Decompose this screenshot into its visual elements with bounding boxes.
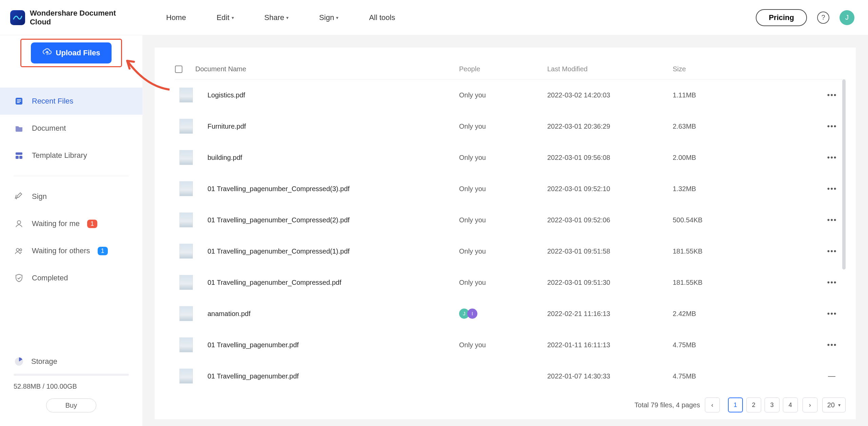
column-header-modified[interactable]: Last Modified [547,65,663,73]
sidebar-item-waiting-for-others[interactable]: Waiting for others 1 [0,237,142,264]
table-row[interactable]: 01 Travelling_pagenumber_Compressed(2).p… [175,204,846,236]
waiting-me-badge: 1 [87,220,97,228]
column-header-size[interactable]: Size [673,65,808,73]
table-row[interactable]: 01 Travelling_pagenumber_Compressed(1).p… [175,236,846,267]
table-row[interactable]: 01 Travelling_pagenumber.pdf2022-01-07 1… [175,360,846,390]
file-thumbnail-icon [179,244,193,259]
folder-icon [14,123,24,134]
file-thumbnail-icon [179,275,193,290]
file-people: Only you [459,185,537,193]
column-header-people[interactable]: People [459,65,537,73]
svg-rect-3 [17,102,20,103]
file-name[interactable]: 01 Travelling_pagenumber_Compressed(3).p… [208,185,449,193]
file-size: 181.55KB [673,247,808,255]
row-actions-menu[interactable]: ••• [818,184,846,193]
upload-files-button[interactable]: Upload Files [31,42,112,63]
svg-rect-5 [16,156,19,159]
nav-home[interactable]: Home [166,13,186,22]
file-thumbnail-icon [179,369,193,384]
svg-point-8 [16,248,19,251]
file-name[interactable]: 01 Travelling_pagenumber_Compressed(2).p… [208,216,449,224]
svg-rect-4 [16,152,22,155]
file-people: Only you [459,216,537,224]
pager-page-4[interactable]: 4 [783,397,798,412]
file-thumbnail-icon [179,88,193,103]
scrollbar-thumb[interactable] [842,79,846,270]
chevron-down-icon: ▾ [232,15,234,20]
file-name[interactable]: 01 Travelling_pagenumber.pdf [208,341,449,349]
file-name[interactable]: Furniture.pdf [208,123,449,130]
file-thumbnail-icon [179,212,193,227]
chevron-down-icon: ▾ [838,402,841,408]
pager-next-button[interactable]: › [803,397,817,412]
table-row[interactable]: 01 Travelling_pagenumber.pdfOnly you2022… [175,329,846,360]
row-actions-menu[interactable]: ••• [818,247,846,256]
file-thumbnail-icon [179,337,193,352]
pager-page-2[interactable]: 2 [746,397,761,412]
nav-edit[interactable]: Edit▾ [217,13,234,22]
file-people: Only you [459,279,537,286]
select-all-checkbox[interactable] [175,66,182,73]
table-row[interactable]: anamation.pdfJI2022-02-21 11:16:132.42MB… [175,298,846,329]
nav-sign[interactable]: Sign▾ [319,13,338,22]
row-actions-menu[interactable]: ••• [818,340,846,349]
pager-page-1[interactable]: 1 [728,397,743,412]
sidebar-item-label: Waiting for me [32,219,80,228]
row-actions-menu[interactable]: ••• [818,309,846,318]
row-actions-menu[interactable]: ••• [818,122,846,131]
sidebar-item-label: Document [32,124,66,133]
nav-share[interactable]: Share▾ [264,13,289,22]
row-actions-menu[interactable]: ••• [818,153,846,162]
file-name[interactable]: 01 Travelling_pagenumber.pdf [208,372,449,380]
file-size: 1.32MB [673,185,808,193]
row-actions-menu[interactable]: ••• [818,216,846,224]
recent-files-icon [14,96,24,107]
sidebar-item-sign[interactable]: Sign [0,183,142,210]
file-name[interactable]: 01 Travelling_pagenumber_Compressed(1).p… [208,247,449,255]
table-row[interactable]: Logistics.pdfOnly you2022-03-02 14:20:03… [175,79,846,111]
sidebar-item-document[interactable]: Document [0,115,142,142]
nav-all-tools[interactable]: All tools [369,13,395,22]
buy-storage-button[interactable]: Buy [46,399,96,412]
sidebar-item-label: Template Library [32,151,87,160]
file-people: Only you [459,341,537,349]
help-icon[interactable]: ? [817,12,829,24]
file-thumbnail-icon [179,181,193,196]
table-row[interactable]: 01 Travelling_pagenumber_Compressed.pdfO… [175,267,846,298]
sidebar-item-completed[interactable]: Completed [0,264,142,292]
chevron-down-icon: ▾ [336,15,338,20]
user-avatar[interactable]: J [840,10,854,25]
sidebar-item-waiting-for-me[interactable]: Waiting for me 1 [0,210,142,237]
shared-user-avatar: I [467,309,477,319]
page-size-selector[interactable]: 20 ▾ [822,397,846,412]
brand: Wondershare Document Cloud [10,9,139,26]
file-name[interactable]: anamation.pdf [208,310,449,318]
column-header-name[interactable]: Document Name [195,65,449,73]
pager-page-3[interactable]: 3 [765,397,780,412]
table-row[interactable]: building.pdfOnly you2022-03-01 09:56:082… [175,142,846,173]
file-modified: 2022-03-01 20:36:29 [547,123,663,130]
table-row[interactable]: Furniture.pdfOnly you2022-03-01 20:36:29… [175,111,846,142]
file-name[interactable]: building.pdf [208,154,449,162]
svg-rect-2 [17,101,21,101]
row-actions-menu[interactable]: ••• [818,278,846,287]
file-name[interactable]: 01 Travelling_pagenumber_Compressed.pdf [208,279,449,286]
pen-icon [14,191,24,202]
file-modified: 2022-03-01 09:52:10 [547,185,663,193]
file-size: 4.75MB [673,341,808,349]
file-thumbnail-icon [179,306,193,321]
file-name[interactable]: Logistics.pdf [208,91,449,99]
row-actions-menu[interactable]: ••• [818,91,846,99]
file-modified: 2022-01-11 16:11:13 [547,341,663,349]
sidebar-item-recent-files[interactable]: Recent Files [0,88,142,115]
pager-prev-button[interactable]: ‹ [705,397,720,412]
svg-rect-6 [19,156,22,159]
sidebar-item-template-library[interactable]: Template Library [0,142,142,169]
file-thumbnail-icon [179,150,193,165]
sidebar-item-label: Completed [32,274,68,282]
sidebar-item-label: Waiting for others [32,246,90,255]
pricing-button[interactable]: Pricing [756,9,807,26]
file-modified: 2022-03-01 09:52:06 [547,216,663,224]
table-row[interactable]: 01 Travelling_pagenumber_Compressed(3).p… [175,173,846,204]
file-table-header: Document Name People Last Modified Size [175,61,846,79]
